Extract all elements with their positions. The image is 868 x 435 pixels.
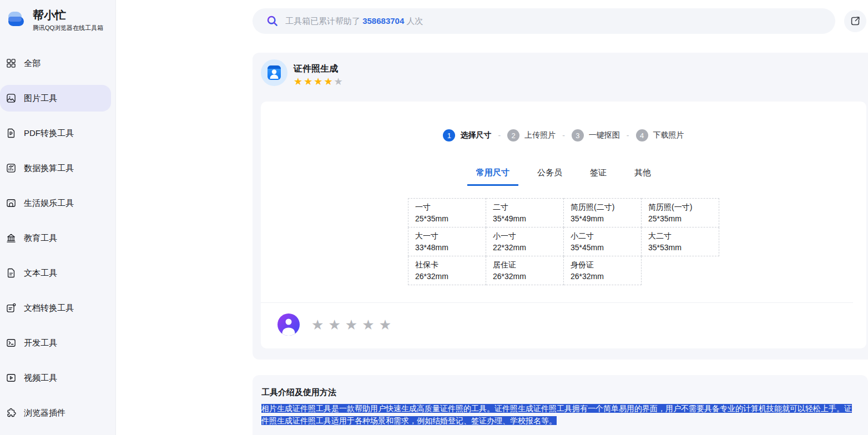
sidebar-item-label: PDF转换工具: [24, 128, 74, 139]
tool-header: 证件照生成: [261, 59, 868, 102]
intro-card: 工具介绍及使用方法 相片生成证件照工具是一款帮助用户快速生成高质量证件照的工具。…: [253, 375, 868, 435]
sidebar: 帮小忙 腾讯QQ浏览器在线工具箱 全部 图片工具 PDF转换工具: [0, 0, 116, 435]
doc-convert-icon: [6, 302, 17, 313]
id-photo-tool-icon: [261, 59, 287, 86]
sidebar-item-label: 文本工具: [24, 268, 57, 279]
sidebar-item-data-tools[interactable]: 数据换算工具: [0, 155, 115, 181]
sidebar-item-label: 图片工具: [24, 93, 57, 104]
size-option[interactable]: 一寸25*35mm: [408, 199, 486, 227]
image-icon: [6, 93, 17, 104]
tab-visa[interactable]: 签证: [589, 168, 608, 186]
pdf-file-icon: [6, 128, 17, 139]
step-number: 4: [636, 129, 648, 141]
tab-civil-servant[interactable]: 公务员: [536, 168, 563, 186]
data-chart-icon: [6, 163, 17, 174]
table-row: 大一寸33*48mm 小一寸22*32mm 小二寸35*45mm 大二寸35*5…: [408, 227, 719, 256]
sidebar-item-label: 全部: [24, 58, 41, 69]
sidebar-item-label: 视频工具: [24, 373, 57, 383]
star-icon[interactable]: [362, 318, 374, 332]
brand-text: 帮小忙 腾讯QQ浏览器在线工具箱: [33, 8, 103, 32]
tab-common-sizes[interactable]: 常用尺寸: [475, 168, 511, 186]
size-option[interactable]: 小二寸35*45mm: [564, 227, 642, 256]
table-row: 社保卡26*32mm 居住证26*32mm 身份证26*32mm: [408, 256, 719, 285]
search-input[interactable]: 工具箱已累计帮助了 358683704 人次: [253, 8, 835, 34]
star-icon: [294, 76, 304, 87]
comment-rating-row: [277, 313, 866, 336]
step-separator: -: [627, 131, 629, 140]
size-option[interactable]: 居住证26*32mm: [486, 256, 564, 285]
intro-paragraph: 相片生成证件照工具是一款帮助用户快速生成高质量证件照的工具。证件照生成证件照工具…: [261, 402, 859, 427]
share-export-icon: [849, 15, 861, 27]
size-option[interactable]: 身份证26*32mm: [564, 256, 642, 285]
sidebar-item-label: 浏览器插件: [24, 408, 65, 418]
step-number: 3: [572, 129, 584, 141]
sidebar-item-video-tools[interactable]: 视频工具: [0, 365, 115, 391]
step-number: 1: [443, 129, 455, 141]
tab-other[interactable]: 其他: [633, 168, 652, 186]
size-option[interactable]: 简历照(二寸)35*49mm: [564, 199, 642, 227]
step-auto-cutout: 3 一键抠图: [572, 129, 620, 141]
plugin-puzzle-icon: [6, 407, 17, 418]
step-label: 上传照片: [524, 130, 556, 140]
sidebar-item-text-tools[interactable]: 文本工具: [0, 260, 115, 286]
size-option[interactable]: 大一寸33*48mm: [408, 227, 486, 256]
rating-input: [311, 318, 391, 332]
sidebar-item-dev-tools[interactable]: 开发工具: [0, 330, 115, 356]
tool-rating: [294, 77, 344, 87]
sidebar-item-label: 教育工具: [24, 233, 57, 244]
intro-heading: 工具介绍及使用方法: [261, 387, 859, 398]
user-avatar: [277, 313, 300, 336]
steps-indicator: 1 选择尺寸 - 2 上传照片 - 3 一键抠图 - 4 下载照片: [261, 102, 866, 141]
sidebar-item-education-tools[interactable]: 教育工具: [0, 225, 115, 251]
tool-title: 证件照生成: [294, 63, 344, 75]
app-logo-icon: [6, 8, 28, 30]
dev-terminal-icon: [6, 337, 17, 348]
star-icon[interactable]: [328, 318, 340, 332]
grid-icon: [6, 58, 17, 69]
star-icon: [304, 76, 314, 87]
app-title: 帮小忙: [33, 8, 103, 22]
sidebar-item-browser-plugins[interactable]: 浏览器插件: [0, 399, 115, 426]
sidebar-item-label: 文档转换工具: [24, 303, 74, 313]
main-content: 工具箱已累计帮助了 358683704 人次: [117, 0, 868, 435]
text-document-icon: [6, 267, 17, 279]
selected-text: 相片生成证件照工具是一款帮助用户快速生成高质量证件照的工具。证件照生成证件照工具…: [261, 404, 852, 425]
sidebar-item-label: 生活娱乐工具: [24, 198, 74, 209]
star-icon[interactable]: [345, 318, 357, 332]
video-play-icon: [6, 372, 17, 383]
brand[interactable]: 帮小忙 腾讯QQ浏览器在线工具箱: [0, 0, 115, 32]
sidebar-item-image-tools[interactable]: 图片工具: [0, 85, 111, 112]
star-icon[interactable]: [311, 318, 324, 332]
step-select-size: 1 选择尺寸: [443, 129, 491, 141]
size-option[interactable]: 简历照(一寸)25*35mm: [642, 199, 719, 227]
star-icon: [314, 76, 324, 87]
step-separator: -: [498, 131, 501, 140]
sidebar-item-doc-convert-tools[interactable]: 文档转换工具: [0, 295, 115, 321]
topbar: 工具箱已累计帮助了 358683704 人次: [117, 0, 868, 34]
step-label: 一键抠图: [589, 130, 620, 140]
table-row: 一寸25*35mm 二寸35*49mm 简历照(二寸)35*49mm 简历照(一…: [408, 199, 719, 227]
life-entertainment-icon: [6, 198, 17, 209]
share-button[interactable]: [844, 10, 866, 32]
divider: [261, 302, 853, 303]
step-label: 选择尺寸: [460, 130, 491, 140]
sidebar-item-all[interactable]: 全部: [0, 50, 115, 77]
size-category-tabs: 常用尺寸 公务员 签证 其他: [261, 168, 866, 186]
star-icon: [334, 76, 344, 87]
size-option[interactable]: 小一寸22*32mm: [486, 227, 564, 256]
sidebar-item-life-tools[interactable]: 生活娱乐工具: [0, 190, 115, 216]
step-separator: -: [562, 131, 565, 140]
size-option[interactable]: 社保卡26*32mm: [408, 256, 486, 285]
sidebar-menu: 全部 图片工具 PDF转换工具 数据换算工具 生活娱乐工具: [0, 50, 115, 426]
step-download-photo: 4 下载照片: [636, 129, 684, 141]
tool-panel: 1 选择尺寸 - 2 上传照片 - 3 一键抠图 - 4 下载照片: [261, 102, 866, 348]
size-option[interactable]: 二寸35*49mm: [486, 199, 564, 227]
tool-meta: 证件照生成: [294, 59, 344, 102]
sidebar-item-pdf-tools[interactable]: PDF转换工具: [0, 120, 115, 146]
app-subtitle: 腾讯QQ浏览器在线工具箱: [33, 24, 103, 32]
size-option[interactable]: 大二寸35*53mm: [642, 227, 719, 256]
star-icon[interactable]: [379, 318, 391, 332]
search-icon: [266, 14, 279, 28]
step-label: 下载照片: [653, 130, 684, 140]
sidebar-item-label: 开发工具: [24, 338, 57, 348]
